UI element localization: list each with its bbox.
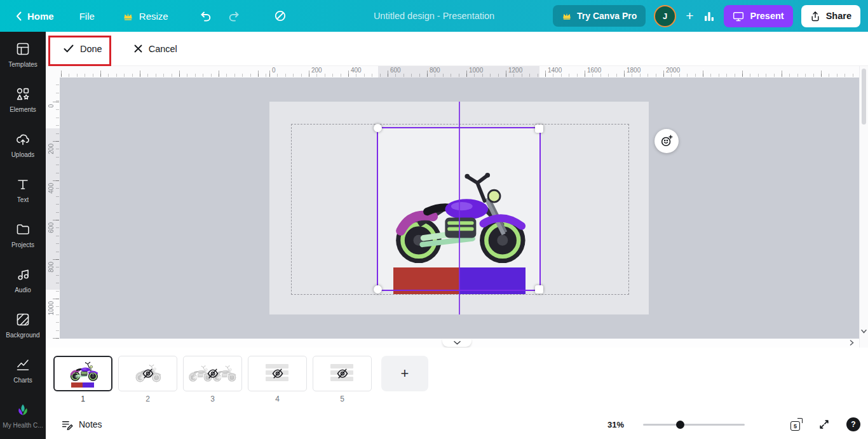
- ruler-number: 1200: [508, 67, 522, 74]
- sidebar-item-label: Elements: [10, 106, 36, 113]
- eye-off-icon: [142, 367, 154, 380]
- cancel-button[interactable]: Cancel: [125, 38, 186, 60]
- sidebar-item-label: Text: [17, 196, 29, 203]
- ruler-number: 600: [48, 222, 55, 233]
- file-menu-button[interactable]: File: [72, 7, 102, 25]
- chevron-left-icon: [16, 11, 22, 21]
- crop-handle-bottom-left[interactable]: [374, 285, 382, 294]
- page-thumbnail-3[interactable]: [183, 356, 242, 391]
- page-thumbnail-1[interactable]: [53, 356, 112, 391]
- share-button[interactable]: Share: [801, 5, 860, 27]
- ruler-ticks: [53, 78, 59, 339]
- ruler-number: 1400: [548, 67, 562, 74]
- zoom-percentage[interactable]: 31%: [607, 420, 624, 429]
- ruler-number: 1600: [587, 67, 601, 74]
- present-button[interactable]: Present: [724, 5, 792, 27]
- horizontal-ruler: 0 200 400 600 800 1000 1200 1400 1600 18…: [46, 65, 859, 78]
- page-count-button[interactable]: 5: [790, 418, 803, 431]
- resize-button[interactable]: Resize: [116, 7, 175, 25]
- collapse-panel-button[interactable]: [442, 339, 471, 347]
- page-thumbnail-2[interactable]: [118, 356, 177, 391]
- health-app-logo-icon: [15, 402, 31, 417]
- canvas-workspace[interactable]: [46, 78, 859, 339]
- sidebar-item-audio[interactable]: Audio: [0, 257, 46, 302]
- eye-off-icon: [207, 367, 219, 380]
- ruler-number: 200: [48, 144, 55, 154]
- add-page-button[interactable]: +: [381, 356, 428, 391]
- page-number: 2: [118, 395, 177, 403]
- notes-button[interactable]: Notes: [61, 419, 102, 431]
- background-pattern-icon: [15, 312, 31, 327]
- scroll-down-arrow-icon[interactable]: [861, 329, 867, 334]
- share-upload-icon: [810, 11, 820, 22]
- add-reaction-icon: [660, 134, 674, 148]
- timing-button[interactable]: [267, 6, 294, 26]
- ruler-number: 0: [48, 104, 55, 108]
- add-comment-button[interactable]: [654, 129, 679, 153]
- cloud-upload-icon: [15, 132, 31, 147]
- avatar[interactable]: J: [654, 5, 676, 27]
- insights-button[interactable]: [703, 10, 715, 22]
- sidebar-item-text[interactable]: Text: [0, 167, 46, 212]
- try-canva-pro-button[interactable]: Try Canva Pro: [553, 5, 646, 27]
- top-bar-right-group: Try Canva Pro J + Present Share: [553, 0, 860, 32]
- present-label: Present: [750, 11, 783, 21]
- undo-button[interactable]: [192, 6, 219, 26]
- page-number: 3: [183, 395, 242, 403]
- sidebar-item-label: Uploads: [11, 151, 35, 158]
- page-number: 1: [53, 395, 112, 403]
- page-number: 4: [248, 395, 307, 403]
- page-count-value: 5: [790, 421, 800, 431]
- zoom-slider[interactable]: [643, 420, 745, 429]
- ruler-number: 0: [272, 67, 276, 74]
- top-bar-left-group: Home File Resize: [0, 6, 294, 26]
- done-button[interactable]: Done: [55, 38, 111, 60]
- center-guide-line: [459, 102, 460, 314]
- motorcycle-image-mini: [69, 358, 99, 382]
- sidebar-item-label: Projects: [11, 241, 34, 248]
- scrollbar-thumb[interactable]: [862, 69, 866, 125]
- ruler-number: 2000: [666, 67, 680, 74]
- ruler-number: 400: [351, 67, 362, 74]
- circle-slash-icon: [274, 10, 287, 22]
- sidebar-item-projects[interactable]: Projects: [0, 212, 46, 257]
- mini-color-blocks: [71, 382, 94, 388]
- try-pro-label: Try Canva Pro: [577, 11, 637, 21]
- zoom-slider-thumb[interactable]: [676, 421, 684, 429]
- sidebar-item-charts[interactable]: Charts: [0, 348, 46, 393]
- zoom-slider-track[interactable]: [643, 424, 745, 426]
- avatar-initial: J: [663, 11, 667, 21]
- redo-icon: [228, 10, 241, 22]
- home-button[interactable]: Home: [9, 7, 61, 25]
- folder-icon: [15, 222, 31, 237]
- home-label: Home: [27, 11, 54, 22]
- ruler-number: 1000: [469, 67, 483, 74]
- status-bar-right-group: 31% 5 ?: [607, 417, 860, 431]
- line-chart-icon: [15, 357, 31, 372]
- redo-button[interactable]: [221, 6, 248, 26]
- sidebar-item-background[interactable]: Background: [0, 302, 46, 348]
- scroll-right-arrow-icon[interactable]: [850, 340, 854, 346]
- horizontal-scroll-strip: [46, 339, 859, 348]
- add-member-button[interactable]: +: [684, 8, 695, 24]
- crop-handle-bottom-right[interactable]: [535, 285, 543, 294]
- bar-chart-icon: [703, 10, 715, 22]
- done-label: Done: [80, 44, 102, 54]
- ruler-number: 200: [311, 67, 322, 74]
- page-thumbnail-4[interactable]: [248, 356, 307, 391]
- sidebar-item-my-health-app[interactable]: My Health C...: [0, 393, 46, 438]
- resize-label: Resize: [139, 11, 168, 22]
- fullscreen-button[interactable]: [818, 419, 830, 430]
- sidebar-item-elements[interactable]: Elements: [0, 77, 46, 122]
- sidebar-item-uploads[interactable]: Uploads: [0, 122, 46, 167]
- vertical-scrollbar[interactable]: [859, 65, 868, 348]
- help-button[interactable]: ?: [846, 417, 860, 431]
- crop-handle-top-left[interactable]: [374, 124, 382, 132]
- eye-off-icon: [271, 367, 284, 380]
- crop-handle-top-right[interactable]: [535, 125, 543, 133]
- page-thumbnail-5[interactable]: [313, 356, 372, 391]
- page-number: 5: [313, 395, 372, 403]
- plus-icon: +: [401, 365, 409, 382]
- sidebar-item-templates[interactable]: Templates: [0, 32, 46, 77]
- design-title[interactable]: Untitled design - Presentation: [374, 11, 494, 21]
